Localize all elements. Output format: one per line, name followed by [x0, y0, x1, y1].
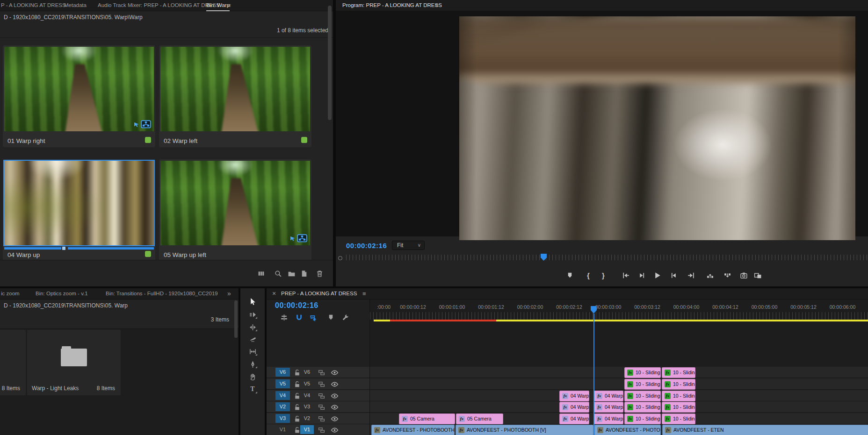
tab-p-a-looking-at-dress[interactable]: P - A LOOKING AT DRESS [1, 0, 66, 11]
clip-avondfeest-eten[interactable]: fxAVONDFEEST - ETEN [662, 425, 868, 435]
program-timecode[interactable]: 00:00:02:16 [346, 242, 387, 250]
sync-lock-icon[interactable] [316, 379, 326, 389]
tab-audio-track-mixer-prep-a-looking-at-dress[interactable]: Audio Track Mixer: PREP - A LOOKING AT D… [98, 0, 220, 11]
track-name-v1[interactable]: V1 [300, 425, 314, 434]
bin-scrollbar[interactable] [328, 6, 332, 120]
clip-avondfeest-photobooth-v-[interactable]: fxAVONDFEEST - PHOTOBOOTH [V] [594, 425, 661, 435]
eye-icon[interactable] [329, 391, 340, 401]
go-to-out-icon[interactable] [686, 270, 696, 280]
timeline-settings-icon[interactable] [340, 312, 350, 322]
new-item-icon[interactable] [299, 268, 309, 278]
sync-lock-icon[interactable] [316, 367, 326, 378]
clip-10-sliding-gla[interactable]: fx10 - Sliding gla [624, 367, 661, 378]
program-mini-ruler[interactable] [336, 253, 868, 262]
delete-icon[interactable] [314, 268, 325, 278]
ripple-edit-icon[interactable] [247, 322, 258, 332]
clip-04-warp-up[interactable]: fx04 Warp up [559, 402, 589, 413]
clip-10-sliding-g[interactable]: fx10 - Sliding g [662, 402, 695, 413]
bin-item-05-warp-up-left[interactable]: 05 Warp up left [159, 159, 311, 260]
clip-04-warp-up[interactable]: fx04 Warp up [593, 391, 623, 401]
extract-icon[interactable] [722, 270, 732, 280]
source-patch-v3[interactable]: V3 [275, 414, 290, 423]
go-to-in-icon[interactable] [621, 270, 631, 280]
step-forward-icon[interactable] [668, 270, 679, 280]
step-back-icon[interactable] [637, 270, 647, 280]
sync-lock-icon[interactable] [316, 414, 326, 424]
timeline-tab[interactable]: PREP - A LOOKING AT DRESS [281, 288, 357, 300]
clip-avondfeest-photobooth-v-[interactable]: fxAVONDFEEST - PHOTOBOOTH [V] [456, 425, 593, 435]
comparison-view-icon[interactable] [752, 270, 763, 280]
hand-icon[interactable] [247, 371, 258, 382]
eye-icon[interactable] [329, 367, 340, 378]
panel-menu-icon[interactable]: ≡ [227, 0, 231, 11]
bin-item-partial[interactable]: 8 Items [0, 330, 26, 395]
thumbnail[interactable] [4, 161, 154, 245]
thumbnail[interactable] [160, 161, 310, 245]
eye-icon[interactable] [329, 414, 340, 424]
clip-04-warp-up[interactable]: fx04 Warp up [593, 402, 623, 413]
clip-10-sliding-g[interactable]: fx10 - Sliding g [662, 391, 695, 401]
panel-menu-icon[interactable]: ≡ [362, 288, 366, 300]
bin-item-warp-light-leaks[interactable]: Warp - Light Leaks8 Items [27, 330, 121, 395]
source-patch-v6[interactable]: V6 [275, 368, 290, 377]
tab-ic-zoom[interactable]: ic zoom [1, 288, 20, 300]
add-marker-icon[interactable] [326, 312, 336, 322]
insert-overwrite-icon[interactable] [279, 312, 289, 322]
eye-icon[interactable] [329, 425, 340, 435]
tab-overflow-icon[interactable]: » [227, 288, 231, 300]
marker-icon[interactable] [564, 270, 575, 280]
snap-icon[interactable] [294, 312, 304, 322]
export-frame-icon[interactable] [738, 270, 749, 280]
tab-bin-optics-zoom-v-1[interactable]: Bin: Optics zoom - v.1 [36, 288, 88, 300]
eye-icon[interactable] [329, 402, 340, 412]
track-select-forward-icon[interactable] [247, 309, 258, 320]
ruler-ticks[interactable] [370, 312, 868, 320]
program-title[interactable]: Program: PREP - A LOOKING AT DRESS [342, 0, 442, 11]
track-name-v2[interactable]: V2 [300, 414, 314, 423]
clip-04-warp-up[interactable]: fx04 Warp up [559, 391, 589, 401]
clip-avondfeest-photobooth-[interactable]: fxAVONDFEEST - PHOTOBOOTH [ [371, 425, 455, 435]
play-icon[interactable] [652, 270, 662, 280]
tab-bin-transitions-fullhd-1920x1080-cc2019[interactable]: Bin: Transitions - FullHD - 1920x1080_CC… [106, 288, 218, 300]
bin-item-02-warp-left[interactable]: 02 Warp left [159, 45, 311, 147]
thumbnail[interactable] [4, 47, 154, 131]
mark-in-icon[interactable]: { [583, 270, 593, 280]
track-name-v5[interactable]: V5 [300, 379, 314, 388]
clip-04-warp-up[interactable]: fx04 Warp up [593, 414, 623, 424]
linked-selection-icon[interactable] [308, 312, 318, 322]
source-patch-v1[interactable]: V1 [275, 425, 290, 434]
clip-10-sliding-gla[interactable]: fx10 - Sliding gla [624, 391, 661, 401]
eye-icon[interactable] [329, 379, 340, 389]
new-bin-icon[interactable] [286, 268, 297, 278]
clip-04-warp-up[interactable]: fx04 Warp up [559, 414, 589, 424]
clip-10-sliding-gla[interactable]: fx10 - Sliding gla [624, 402, 661, 413]
track-name-v6[interactable]: V6 [300, 368, 314, 377]
track-name-v4[interactable]: V4 [300, 391, 314, 400]
timeline-timecode[interactable]: 00:00:02:16 [275, 301, 318, 310]
zoom-scroll-knob[interactable] [338, 256, 342, 260]
timeline-playhead-line[interactable] [593, 314, 594, 435]
track-name-v3[interactable]: V3 [300, 402, 314, 411]
timeline-content[interactable]: :00:0000:00:00:1200:00:01:0000:00:01:120… [369, 300, 868, 435]
sequence-usage-badge-icon[interactable] [297, 234, 307, 242]
selection-icon[interactable] [247, 296, 258, 307]
clip-05-camera[interactable]: fx05 Camera [399, 414, 455, 424]
source-patch-v4[interactable]: V4 [275, 391, 290, 400]
clip-10-sliding-g[interactable]: fx10 - Sliding g [662, 379, 695, 390]
lift-icon[interactable] [705, 270, 715, 280]
clip-10-sliding-gla[interactable]: fx10 - Sliding gla [624, 414, 661, 424]
sync-lock-icon[interactable] [316, 402, 326, 412]
sync-lock-icon[interactable] [316, 425, 326, 435]
panel-menu-icon[interactable]: ≡ [435, 0, 438, 11]
clip-05-camera[interactable]: fx05 Camera [456, 414, 503, 424]
thumbnail[interactable] [160, 47, 310, 131]
clip-10-sliding-g[interactable]: fx10 - Sliding g [662, 367, 695, 378]
track-lane-v6[interactable] [370, 367, 868, 378]
razor-icon[interactable] [247, 334, 258, 344]
tab-bin-warp[interactable]: Bin: Warp [206, 0, 230, 11]
source-patch-v5[interactable]: V5 [275, 379, 290, 388]
pen-icon[interactable] [247, 359, 258, 369]
zoom-level-select[interactable]: Fit ∨ [392, 241, 425, 250]
sync-lock-icon[interactable] [316, 391, 326, 401]
bin-item-04-warp-up[interactable]: 04 Warp up [3, 159, 155, 260]
